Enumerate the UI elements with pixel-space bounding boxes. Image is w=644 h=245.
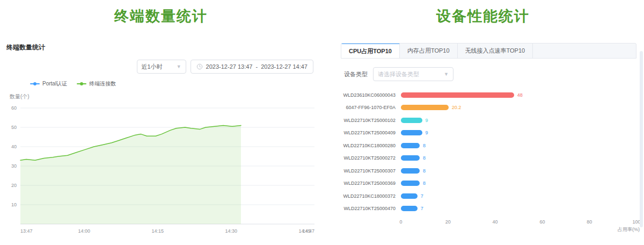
device-name-label: WLD22710KC18000372 (341, 193, 401, 199)
svg-text:20: 20 (11, 183, 17, 188)
bar-row: WLD22710KT250001029 (341, 114, 636, 127)
legend-label: 终端连接数 (89, 80, 116, 88)
cpu-usage-bar[interactable] (401, 168, 420, 174)
svg-text:10: 10 (11, 202, 17, 207)
cpu-usage-bar[interactable] (401, 155, 420, 161)
x-axis-tick: 80 (587, 219, 592, 225)
performance-tabs: CPU占用TOP10内存占用TOP10无线接入点速率TOP10 (341, 43, 636, 59)
bar-value-label: 9 (426, 118, 428, 123)
tab-2[interactable]: 无线接入点速率TOP10 (458, 44, 533, 58)
svg-text:30: 30 (11, 163, 17, 169)
device-type-filter: 设备类型 请选择设备类型 ▼ (344, 67, 636, 81)
terminal-count-area-chart: 10203040506013:4714:0014:1514:3014:4514:… (4, 100, 318, 239)
bar-row: WLD22710KC180002808 (341, 139, 636, 152)
cpu-usage-bar[interactable] (401, 130, 422, 135)
x-axis-tick: 20 (445, 219, 451, 225)
cpu-top10-bar-chart: WLD23610KC06000043486047-FF96-1070-EF0A2… (341, 89, 636, 234)
svg-text:40: 40 (11, 144, 17, 149)
bar-value-label: 7 (421, 193, 423, 199)
device-name-label: WLD22710KT25000272 (341, 155, 401, 161)
vertical-scrollbar[interactable] (640, 51, 643, 227)
device-name-label: WLD22710KT25000369 (341, 181, 401, 186)
chevron-down-icon: ▼ (177, 64, 181, 69)
device-type-select[interactable]: 请选择设备类型 ▼ (373, 67, 453, 81)
legend-item[interactable]: Portal认证 (30, 80, 67, 88)
terminal-count-section: 终端数量统计 终端数量统计 近1小时 ▼ 2023-12-27 13:47 (0, 0, 322, 245)
cpu-usage-bar[interactable] (401, 181, 420, 186)
x-axis-tick: 60 (539, 219, 545, 225)
page: 终端数量统计 终端数量统计 近1小时 ▼ 2023-12-27 13:47 (0, 0, 644, 245)
device-name-label: WLD22710KC18000280 (341, 143, 401, 148)
date-range-separator: - (255, 63, 258, 70)
bar-chart-x-axis: 占用率(%) 020406080100 (341, 218, 636, 234)
cpu-usage-bar[interactable] (401, 118, 422, 123)
bar-value-label: 8 (423, 181, 426, 186)
bar-value-label: 48 (517, 92, 523, 98)
x-axis-tick: 40 (493, 219, 498, 225)
y-axis-label: 数量(个) (10, 93, 318, 100)
bar-value-label: 7 (421, 206, 423, 211)
device-name-label: 6047-FF96-1070-EF0A (341, 105, 401, 110)
bar-row: WLD22710KT250003078 (341, 164, 636, 177)
device-performance-section: 设备性能统计 CPU占用TOP10内存占用TOP10无线接入点速率TOP10 设… (322, 0, 644, 245)
svg-text:14:15: 14:15 (151, 228, 164, 234)
device-name-label: WLD22710KT25000470 (341, 206, 401, 211)
device-name-label: WLD23610KC06000043 (341, 92, 401, 98)
device-name-label: WLD22710KT25000409 (341, 130, 401, 135)
legend-marker-icon (77, 83, 86, 84)
legend-marker-icon (30, 83, 40, 84)
device-name-label: WLD22710KT25000102 (341, 118, 401, 123)
chart-controls: 近1小时 ▼ 2023-12-27 13:47 - 2023-12-27 14:… (4, 60, 313, 74)
right-page-title: 设备性能统计 (322, 6, 644, 26)
bar-row: WLD22710KT250004707 (341, 203, 636, 215)
bar-value-label: 8 (423, 155, 426, 161)
x-axis-label: 占用率(%) (618, 226, 640, 233)
bar-row: 6047-FF96-1070-EF0A20.2 (341, 102, 636, 114)
chevron-down-icon: ▼ (444, 71, 449, 77)
bar-value-label: 8 (423, 168, 426, 174)
device-type-label: 设备类型 (344, 70, 368, 78)
svg-text:14:47: 14:47 (302, 228, 314, 234)
device-type-placeholder: 请选择设备类型 (378, 70, 419, 78)
x-axis-tick: 0 (399, 219, 402, 225)
cpu-usage-bar[interactable] (401, 143, 420, 148)
cpu-usage-bar[interactable] (401, 193, 418, 199)
bar-row: WLD22710KT250004099 (341, 127, 636, 140)
svg-text:13:47: 13:47 (20, 228, 33, 234)
date-range-picker[interactable]: 2023-12-27 13:47 - 2023-12-27 14:47 (191, 60, 313, 74)
svg-text:14:30: 14:30 (225, 228, 237, 234)
device-name-label: WLD22710KT25000307 (341, 168, 401, 174)
svg-text:14:00: 14:00 (78, 228, 90, 234)
bar-row: WLD22710KT250003698 (341, 177, 636, 190)
cpu-usage-bar[interactable] (401, 105, 449, 110)
time-range-value: 近1小时 (142, 63, 163, 71)
bar-row: WLD22710KT250002728 (341, 152, 636, 165)
legend-item[interactable]: 终端连接数 (77, 80, 116, 88)
bar-value-label: 20.2 (452, 105, 462, 110)
legend-label: Portal认证 (42, 80, 67, 88)
date-range-start: 2023-12-27 13:47 (206, 63, 253, 70)
svg-text:60: 60 (11, 105, 17, 111)
bar-row: WLD23610KC0600004348 (341, 89, 636, 102)
bar-value-label: 8 (423, 143, 426, 148)
cpu-usage-bar[interactable] (401, 92, 514, 98)
clock-icon (196, 63, 203, 70)
date-range-end: 2023-12-27 14:47 (261, 63, 308, 70)
time-range-select[interactable]: 近1小时 ▼ (137, 60, 186, 74)
bar-row: WLD22710KC180003727 (341, 190, 636, 203)
chart-legend: Portal认证终端连接数 (30, 80, 318, 88)
tab-1[interactable]: 内存占用TOP10 (400, 44, 458, 58)
left-page-title: 终端数量统计 (0, 6, 322, 26)
tab-0[interactable]: CPU占用TOP10 (341, 43, 400, 58)
left-panel-title: 终端数量统计 (6, 43, 318, 52)
bar-value-label: 9 (426, 130, 428, 135)
cpu-usage-bar[interactable] (401, 206, 418, 211)
svg-text:50: 50 (11, 125, 17, 130)
